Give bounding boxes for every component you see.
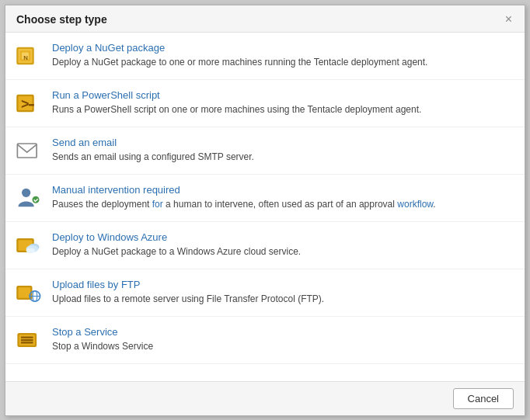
- step-desc-email: Sends an email using a configured SMTP s…: [52, 151, 512, 164]
- svg-rect-25: [21, 338, 33, 340]
- step-desc-manual: Pauses the deployment for a human to int…: [52, 198, 512, 211]
- powershell-icon: >: [15, 89, 43, 117]
- dialog-header: Choose step type ×: [5, 5, 525, 33]
- step-content-email: Send an emailSends an email using a conf…: [52, 137, 512, 164]
- step-content-azure: Deploy to Windows AzureDeploy a NuGet pa…: [52, 231, 512, 259]
- step-title-ftp[interactable]: Upload files by FTP: [52, 279, 512, 290]
- step-desc-nuget: Deploy a NuGet package to one or more ma…: [52, 56, 512, 69]
- step-item-azure[interactable]: Deploy to Windows AzureDeploy a NuGet pa…: [5, 222, 525, 269]
- step-title-manual[interactable]: Manual intervention required: [52, 184, 512, 196]
- azure-icon: [15, 231, 43, 259]
- step-content-manual: Manual intervention requiredPauses the d…: [52, 184, 512, 211]
- cancel-button[interactable]: Cancel: [453, 388, 514, 409]
- svg-text:N: N: [23, 54, 28, 61]
- svg-rect-24: [21, 336, 33, 338]
- step-list: N Deploy a NuGet packageDeploy a NuGet p…: [5, 33, 525, 381]
- step-item-service[interactable]: Stop a ServiceStop a Windows Service: [5, 317, 525, 364]
- step-title-azure[interactable]: Deploy to Windows Azure: [52, 231, 512, 243]
- dialog-title: Choose step type: [16, 13, 107, 26]
- step-title-service[interactable]: Stop a Service: [52, 326, 512, 338]
- close-button[interactable]: ×: [504, 13, 514, 26]
- step-content-ftp: Upload files by FTPUpload files to a rem…: [52, 279, 512, 306]
- dialog-footer: Cancel: [5, 381, 525, 415]
- step-item-manual[interactable]: Manual intervention requiredPauses the d…: [5, 175, 525, 222]
- step-item-nuget[interactable]: N Deploy a NuGet packageDeploy a NuGet p…: [5, 33, 525, 80]
- step-item-email[interactable]: Send an emailSends an email using a conf…: [5, 127, 525, 175]
- ftp-icon: [15, 279, 43, 307]
- step-title-powershell[interactable]: Run a PowerShell script: [52, 89, 512, 101]
- step-title-nuget[interactable]: Deploy a NuGet package: [52, 42, 512, 54]
- step-content-nuget: Deploy a NuGet packageDeploy a NuGet pac…: [52, 42, 512, 69]
- nuget-icon: N: [15, 42, 43, 70]
- step-item-ftp[interactable]: Upload files by FTPUpload files to a rem…: [5, 269, 525, 317]
- svg-point-10: [22, 188, 30, 196]
- step-title-email[interactable]: Send an email: [52, 137, 512, 148]
- svg-point-16: [26, 248, 35, 253]
- svg-rect-26: [21, 342, 33, 343]
- step-content-powershell: Run a PowerShell scriptRuns a PowerShell…: [52, 89, 512, 116]
- manual-icon: [15, 184, 43, 212]
- step-desc-powershell: Runs a PowerShell script on one or more …: [52, 103, 512, 116]
- step-desc-service: Stop a Windows Service: [52, 340, 512, 353]
- email-icon: [15, 137, 43, 165]
- svg-text:>: >: [21, 95, 30, 111]
- svg-rect-18: [19, 287, 31, 298]
- step-desc-ftp: Upload files to a remote server using Fi…: [52, 293, 512, 306]
- step-content-service: Stop a ServiceStop a Windows Service: [52, 326, 512, 353]
- step-item-powershell[interactable]: > Run a PowerShell scriptRuns a PowerShe…: [5, 80, 525, 127]
- choose-step-dialog: Choose step type × N Deploy a NuGet pack…: [5, 5, 525, 416]
- svg-point-11: [33, 196, 40, 203]
- step-desc-azure: Deploy a NuGet package to a Windows Azur…: [52, 245, 512, 259]
- service-icon: [15, 326, 43, 354]
- svg-rect-9: [17, 144, 37, 158]
